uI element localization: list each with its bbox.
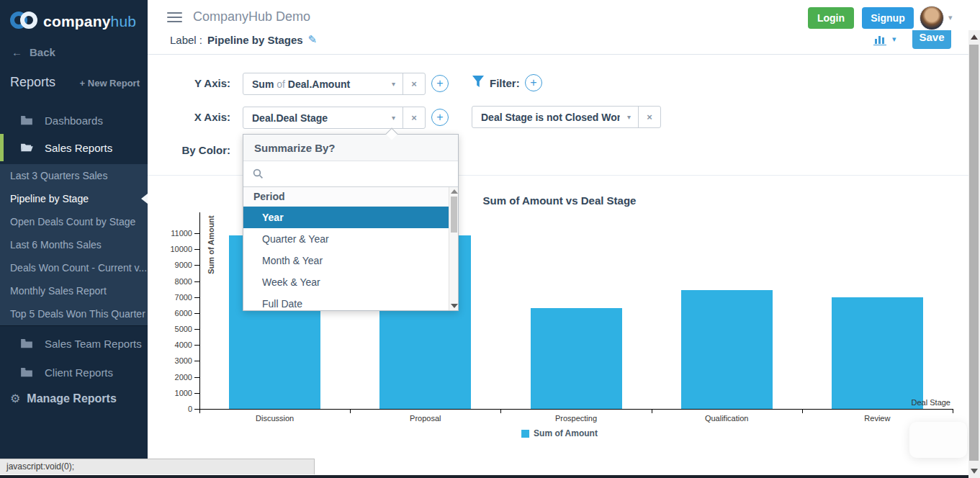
sidebar-item-sales-reports[interactable]: Sales Reports xyxy=(0,134,148,161)
sidebar-item-client-reports[interactable]: Client Reports xyxy=(0,358,148,386)
avatar[interactable] xyxy=(920,6,944,30)
sidebar: companyhub ← Back Reports + New Report D… xyxy=(0,0,148,459)
popover-title: Summarize By? xyxy=(243,135,458,161)
sidebar-item-dashboards[interactable]: Dashboards xyxy=(0,107,148,134)
new-report-button[interactable]: + New Report xyxy=(80,78,140,89)
search-input[interactable] xyxy=(269,161,458,186)
chart-type-button[interactable]: ▾ xyxy=(873,33,896,45)
manage-reports-button[interactable]: ⚙ Manage Reports xyxy=(10,392,117,405)
chevron-down-icon: ▾ xyxy=(385,114,403,122)
scroll-down-icon[interactable] xyxy=(451,304,458,308)
filter-condition-value: Deal Stage is not Closed Won... xyxy=(472,112,620,123)
open-folder-icon xyxy=(20,143,33,153)
bar-chart-icon xyxy=(873,33,888,45)
x-axis-add-button[interactable]: + xyxy=(431,109,449,126)
y-axis-add-button[interactable]: + xyxy=(431,75,449,92)
sidebar-report-item[interactable]: Pipeline by Stage xyxy=(0,187,148,210)
y-tick-mark xyxy=(194,329,199,330)
hamburger-menu-icon[interactable] xyxy=(167,12,182,23)
back-label: Back xyxy=(30,46,55,58)
scrollbar-down-icon[interactable] xyxy=(971,469,978,474)
y-tick-mark xyxy=(194,409,199,410)
login-button[interactable]: Login xyxy=(808,7,854,29)
y-tick-mark xyxy=(194,281,199,282)
popover-item[interactable]: Full Date xyxy=(243,293,458,310)
reports-header: Reports + New Report xyxy=(10,75,140,90)
bar-review[interactable] xyxy=(832,297,923,409)
sidebar-report-item[interactable]: Open Deals Count by Stage xyxy=(0,210,148,233)
x-axis-dropdown[interactable]: Deal.Deal Stage ▾ × xyxy=(243,107,426,129)
main-content: CompanyHub Demo Login Signup ▾ Label : P… xyxy=(148,0,980,478)
y-tick-mark xyxy=(194,265,199,266)
avatar-caret-icon[interactable]: ▾ xyxy=(948,13,953,22)
popover-item[interactable]: Week & Year xyxy=(243,271,458,293)
scrollbar-up-icon[interactable] xyxy=(971,35,978,40)
x-tick-mark xyxy=(199,409,200,413)
sidebar-report-item[interactable]: Last 6 Months Sales xyxy=(0,233,148,256)
scroll-up-icon[interactable] xyxy=(451,189,458,194)
sidebar-divider xyxy=(0,325,148,326)
legend-swatch xyxy=(521,430,529,438)
companyhub-logo[interactable]: companyhub xyxy=(10,9,136,35)
brand-text: companyhub xyxy=(43,13,136,30)
filter-add-button[interactable]: + xyxy=(525,74,542,91)
by-color-label: By Color: xyxy=(148,144,230,156)
sidebar-item-sales-team-reports[interactable]: Sales Team Reports xyxy=(0,330,148,357)
bar-qualification[interactable] xyxy=(681,290,773,409)
back-button[interactable]: ← Back xyxy=(12,46,55,58)
label-prefix: Label : xyxy=(170,34,202,46)
chevron-down-icon: ▾ xyxy=(620,113,638,121)
x-axis-remove-button[interactable]: × xyxy=(403,107,425,128)
x-axis-label: X Axis: xyxy=(148,111,230,123)
report-label: Pipeline by Stages xyxy=(207,34,303,46)
x-category-label: Discussion xyxy=(199,414,350,423)
legend-label: Sum of Amount xyxy=(534,428,598,438)
popover-scrollbar[interactable] xyxy=(449,187,458,310)
x-tick-mark xyxy=(500,409,501,413)
chart-x-axis-title: Deal Stage xyxy=(882,398,950,407)
scrollbar-thumb[interactable] xyxy=(969,45,979,461)
edit-pencil-icon[interactable]: ✎ xyxy=(308,33,318,46)
filter-remove-button[interactable]: × xyxy=(638,107,660,127)
y-tick-mark xyxy=(194,345,199,346)
x-category-label: Prospecting xyxy=(500,414,651,423)
sidebar-report-item[interactable]: Monthly Sales Report xyxy=(0,279,148,302)
reports-heading: Reports xyxy=(10,75,55,90)
legend-item[interactable]: Sum of Amount xyxy=(521,428,598,438)
chevron-down-icon: ▾ xyxy=(385,80,403,88)
filter-condition-dropdown[interactable]: Deal Stage is not Closed Won... ▾ × xyxy=(472,106,661,128)
signup-button[interactable]: Signup xyxy=(862,7,914,29)
folder-icon xyxy=(20,115,33,125)
y-axis-value: Sum of Deal.Amount xyxy=(243,78,385,90)
popover-item[interactable]: Quarter & Year xyxy=(243,228,458,250)
chat-widget-button[interactable] xyxy=(909,422,967,458)
sidebar-report-item[interactable]: Deals Won Count - Current v... xyxy=(0,256,148,279)
bar-prospecting[interactable] xyxy=(531,308,622,409)
popover-item[interactable]: Year xyxy=(243,207,458,228)
save-button[interactable]: Save xyxy=(912,30,951,49)
y-axis-dropdown[interactable]: Sum of Deal.Amount ▾ × xyxy=(243,73,426,95)
popover-group-header: Period xyxy=(243,187,458,207)
popover-list: Period YearQuarter & YearMonth & YearWee… xyxy=(243,187,458,310)
gear-icon: ⚙ xyxy=(10,392,20,405)
y-tick-mark xyxy=(194,377,199,378)
x-axis-value: Deal.Deal Stage xyxy=(243,112,385,124)
search-icon xyxy=(253,168,264,179)
y-tick-mark xyxy=(194,393,199,394)
y-tick-label: 5000 xyxy=(161,325,192,333)
y-tick-label: 6000 xyxy=(161,309,192,317)
popover-scrollbar-thumb[interactable] xyxy=(451,197,457,233)
y-axis-remove-button[interactable]: × xyxy=(403,73,425,94)
summarize-by-popover: Summarize By? Period YearQuarter & YearM… xyxy=(243,134,459,311)
sidebar-report-item[interactable]: Top 5 Deals Won This Quarter xyxy=(0,302,148,325)
y-tick-mark xyxy=(194,361,199,361)
chart-title: Sum of Amount vs Deal Stage xyxy=(483,194,637,207)
app-window: companyhub ← Back Reports + New Report D… xyxy=(0,0,980,478)
popover-item[interactable]: Month & Year xyxy=(243,250,458,271)
vertical-scrollbar[interactable] xyxy=(968,30,980,478)
x-category-label: Qualification xyxy=(652,414,802,423)
y-tick-mark xyxy=(194,233,199,234)
popover-search-row xyxy=(243,161,458,187)
folder-icon xyxy=(20,367,33,377)
sidebar-report-item[interactable]: Last 3 Quarters Sales xyxy=(0,164,148,187)
